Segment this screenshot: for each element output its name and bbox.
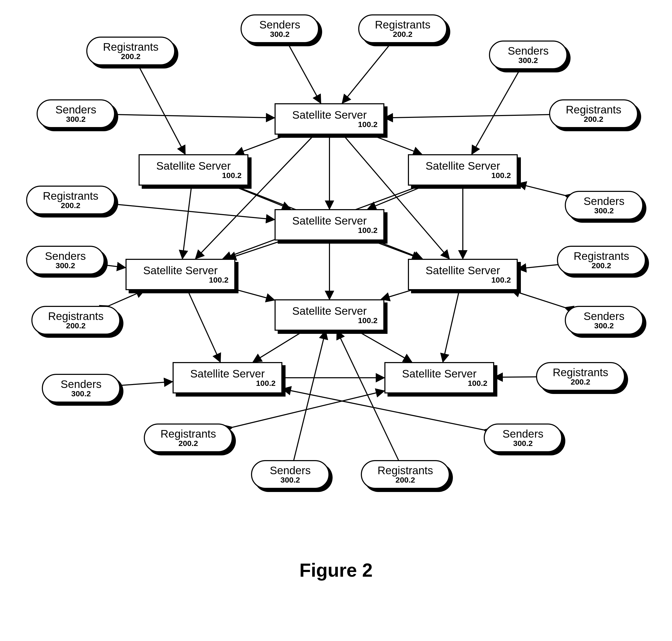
server-node: Satellite Server100.2 xyxy=(408,259,518,290)
node-title: Senders xyxy=(508,45,549,57)
edge xyxy=(115,114,274,118)
edge xyxy=(138,65,185,154)
node-title: Satellite Server xyxy=(426,160,500,172)
node-subtitle: 100.2 xyxy=(468,379,490,387)
edge xyxy=(518,184,565,195)
server-node: Satellite Server100.2 xyxy=(274,103,385,135)
node-subtitle: 300.2 xyxy=(66,115,85,123)
node-subtitle: 200.2 xyxy=(61,201,80,210)
senders-node: Senders300.2 xyxy=(251,460,330,489)
node-title: Registrants xyxy=(43,190,98,202)
server-node: Satellite Server100.2 xyxy=(385,362,494,393)
edge xyxy=(115,204,274,220)
edge xyxy=(381,290,411,299)
edge xyxy=(472,69,520,154)
edge xyxy=(494,377,536,377)
edge xyxy=(187,290,220,362)
node-title: Registrants xyxy=(553,367,608,378)
registrants-node: Registrants200.2 xyxy=(26,186,115,214)
node-subtitle: 200.2 xyxy=(178,439,198,448)
registrants-node: Registrants200.2 xyxy=(144,423,233,452)
node-title: Senders xyxy=(259,19,300,31)
node-subtitle: 200.2 xyxy=(121,52,140,61)
node-subtitle: 100.2 xyxy=(491,276,513,284)
edge xyxy=(235,289,274,300)
senders-node: Senders300.2 xyxy=(484,423,562,452)
edge xyxy=(183,186,192,259)
node-title: Registrants xyxy=(375,19,430,31)
node-title: Senders xyxy=(583,195,624,207)
node-subtitle: 100.2 xyxy=(222,171,244,180)
node-title: Senders xyxy=(55,104,96,115)
senders-node: Senders300.2 xyxy=(26,246,105,274)
node-title: Registrants xyxy=(103,41,159,53)
edge xyxy=(232,186,291,209)
node-subtitle: 300.2 xyxy=(518,56,538,65)
server-node: Satellite Server100.2 xyxy=(408,154,518,186)
node-title: Satellite Server xyxy=(156,160,231,172)
node-title: Satellite Server xyxy=(190,368,265,380)
senders-node: Senders300.2 xyxy=(489,41,567,69)
edge xyxy=(357,331,412,362)
node-subtitle: 300.2 xyxy=(594,206,614,215)
registrants-node: Registrants200.2 xyxy=(31,306,120,335)
node-title: Senders xyxy=(61,379,102,390)
node-title: Senders xyxy=(583,311,624,322)
node-subtitle: 300.2 xyxy=(513,439,533,448)
edge xyxy=(105,265,125,268)
registrants-node: Registrants200.2 xyxy=(557,246,646,274)
node-title: Registrants xyxy=(161,428,216,440)
node-title: Registrants xyxy=(574,250,629,262)
node-subtitle: 200.2 xyxy=(570,378,590,386)
edge xyxy=(294,331,326,460)
server-node: Satellite Server100.2 xyxy=(274,209,385,241)
node-subtitle: 100.2 xyxy=(358,120,380,128)
server-node: Satellite Server100.2 xyxy=(173,362,282,393)
edge xyxy=(385,114,549,118)
node-subtitle: 100.2 xyxy=(358,316,380,325)
registrants-node: Registrants200.2 xyxy=(536,362,625,391)
server-node: Satellite Server100.2 xyxy=(138,154,248,186)
node-subtitle: 200.2 xyxy=(393,30,412,38)
registrants-node: Registrants200.2 xyxy=(358,14,447,43)
server-node: Satellite Server100.2 xyxy=(125,259,235,290)
registrants-node: Registrants200.2 xyxy=(86,37,175,65)
registrants-node: Registrants200.2 xyxy=(549,99,638,128)
node-title: Registrants xyxy=(48,311,104,322)
edge xyxy=(368,186,425,209)
node-title: Satellite Server xyxy=(292,215,367,227)
senders-node: Senders300.2 xyxy=(565,191,643,220)
node-subtitle: 200.2 xyxy=(591,261,611,270)
node-subtitle: 100.2 xyxy=(256,379,278,387)
senders-node: Senders300.2 xyxy=(241,14,319,43)
node-title: Satellite Server xyxy=(426,265,500,276)
node-subtitle: 200.2 xyxy=(583,115,603,123)
node-subtitle: 100.2 xyxy=(491,171,513,180)
senders-node: Senders300.2 xyxy=(37,99,115,128)
node-subtitle: 200.2 xyxy=(66,322,85,330)
server-node: Satellite Server100.2 xyxy=(274,299,385,331)
node-subtitle: 100.2 xyxy=(209,276,231,284)
senders-node: Senders300.2 xyxy=(565,306,643,335)
node-title: Senders xyxy=(270,465,311,476)
node-title: Satellite Server xyxy=(292,109,367,121)
node-subtitle: 300.2 xyxy=(280,476,300,484)
node-title: Registrants xyxy=(566,104,621,115)
edge xyxy=(253,331,304,362)
node-subtitle: 300.2 xyxy=(71,390,91,398)
node-subtitle: 100.2 xyxy=(358,226,380,234)
node-title: Senders xyxy=(502,428,543,440)
registrants-node: Registrants200.2 xyxy=(361,460,450,489)
edge xyxy=(443,290,459,362)
node-subtitle: 300.2 xyxy=(594,322,614,330)
node-title: Satellite Server xyxy=(292,305,367,317)
edge xyxy=(228,241,282,259)
edge xyxy=(342,43,391,103)
node-subtitle: 200.2 xyxy=(395,476,415,484)
edge xyxy=(518,265,557,269)
diagram-canvas: Satellite Server100.2Satellite Server100… xyxy=(0,0,672,641)
node-title: Registrants xyxy=(378,465,433,476)
senders-node: Senders300.2 xyxy=(42,374,120,403)
node-subtitle: 300.2 xyxy=(270,30,290,38)
node-title: Satellite Server xyxy=(402,368,477,380)
